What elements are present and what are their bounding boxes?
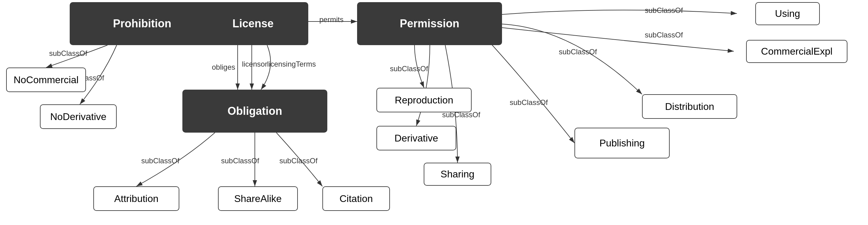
node-prohibition: Prohibition [70,2,215,45]
label-sub-using: subClassOf [645,6,683,15]
node-citation: Citation [322,186,390,211]
label-sub-attribution: subClassOf [141,157,179,165]
node-license: License [198,2,308,45]
node-commercialexpl: CommercialExpl [746,40,847,63]
label-licensingterms: licensingTerms [267,60,316,68]
label-obliges: obliges [212,63,235,71]
label-sub-publishing: subClassOf [510,98,548,107]
label-sub-nocommercial: subClassOf [49,49,87,58]
node-sharing: Sharing [424,163,491,186]
node-noderivative: NoDerivative [40,104,117,129]
node-obligation: Obligation [182,90,327,133]
label-sub-sharealike: subClassOf [221,157,259,165]
label-sub-commercialexpl: subClassOf [645,31,683,39]
node-nocommercial: NoCommercial [6,67,86,92]
node-sharealike: ShareAlike [218,186,298,211]
label-permits: permits [319,15,344,24]
node-attribution: Attribution [93,186,179,211]
label-sub-reproduction: subClassOf [390,64,428,73]
node-reproduction: Reproduction [376,88,472,112]
node-publishing: Publishing [575,128,670,158]
node-distribution: Distribution [642,94,737,119]
node-permission: Permission [357,2,502,45]
label-sub-distribution: subClassOf [559,47,597,56]
node-derivative: Derivative [376,126,456,151]
label-licensor: licensor [242,60,268,68]
node-using: Using [755,2,820,25]
label-sub-citation: subClassOf [279,157,317,165]
diagram: prohibits permits obliges licensor licen… [0,0,868,225]
